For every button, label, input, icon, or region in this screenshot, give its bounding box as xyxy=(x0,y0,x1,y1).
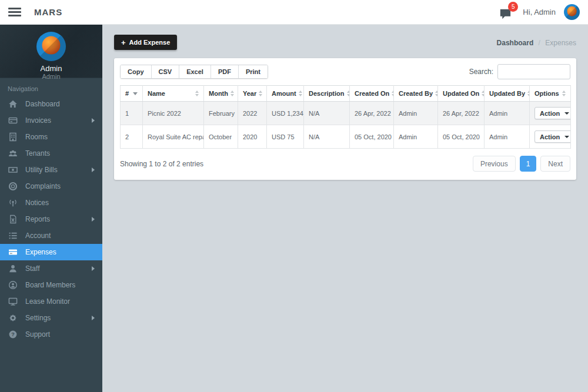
table-cell: 05 Oct, 2020 xyxy=(350,125,394,149)
column-header-amount[interactable]: Amount xyxy=(267,86,304,102)
user-circle-icon xyxy=(8,280,18,290)
column-header-updated-by[interactable]: Updated By xyxy=(485,86,530,102)
table-cell: Admin xyxy=(485,125,530,149)
column-header-created-by[interactable]: Created By xyxy=(394,86,438,102)
export-copy-button[interactable]: Copy xyxy=(121,65,152,78)
action-dropdown-button[interactable]: Action xyxy=(534,130,571,143)
column-header-year[interactable]: Year xyxy=(238,86,267,102)
sidebar-item-staff[interactable]: Staff xyxy=(0,260,102,277)
export-pdf-button[interactable]: PDF xyxy=(211,65,239,78)
action-label: Action xyxy=(540,133,560,140)
sidebar-item-settings[interactable]: Settings xyxy=(0,310,102,326)
sidebar-item-tenants[interactable]: Tenants xyxy=(0,145,102,162)
column-label: Amount xyxy=(272,90,296,97)
nav-section-label: Navigation xyxy=(0,78,102,96)
table-cell-options: Action xyxy=(530,125,571,149)
column-header-created-on[interactable]: Created On xyxy=(350,86,394,102)
column-label: Name xyxy=(148,90,165,97)
table-cell: Admin xyxy=(394,125,438,149)
action-label: Action xyxy=(540,110,560,117)
profile-avatar xyxy=(36,32,66,61)
column-label: Updated By xyxy=(489,90,525,97)
nav-item-label: Rooms xyxy=(25,133,48,141)
export-csv-button[interactable]: CSV xyxy=(152,65,180,78)
table-cell: N/A xyxy=(304,102,350,125)
chevron-right-icon xyxy=(92,167,95,172)
sidebar-item-complaints[interactable]: Complaints xyxy=(0,178,102,195)
caret-down-icon xyxy=(564,112,569,115)
sort-icon xyxy=(195,91,199,96)
table-cell: 2020 xyxy=(238,125,267,149)
user-greeting[interactable]: Hi, Admin xyxy=(523,8,556,16)
column-label: Created On xyxy=(355,90,389,97)
action-dropdown-button[interactable]: Action xyxy=(534,107,571,119)
question-icon: ? xyxy=(8,330,18,340)
table-cell: Picnic 2022 xyxy=(143,102,204,125)
column-header-name[interactable]: Name xyxy=(143,86,204,102)
file-excel-icon xyxy=(8,215,18,225)
sidebar-item-dashboard[interactable]: Dashboard xyxy=(0,96,102,112)
nav-item-label: Account xyxy=(25,232,51,240)
money-icon xyxy=(8,165,18,175)
sidebar-item-reports[interactable]: Reports xyxy=(0,211,102,227)
table-cell: Royal Suite AC repair xyxy=(143,125,204,149)
sidebar-item-lease-monitor[interactable]: Lease Monitor xyxy=(0,293,102,310)
sidebar-item-account[interactable]: Account xyxy=(0,227,102,244)
column-label: Description xyxy=(309,90,345,97)
user-avatar[interactable] xyxy=(564,4,580,20)
users-icon xyxy=(8,149,18,159)
pagination-previous-button[interactable]: Previous xyxy=(473,156,516,172)
monitor-icon xyxy=(8,297,18,307)
sidebar-item-utility-bills[interactable]: Utility Bills xyxy=(0,162,102,178)
sort-icon xyxy=(562,91,566,96)
column-header--[interactable]: # xyxy=(121,86,143,102)
gear-icon xyxy=(8,313,18,323)
expenses-card: CopyCSVExcelPDFPrint Search: #NameMonthY… xyxy=(114,58,576,180)
table-cell: 2 xyxy=(121,125,143,149)
table-cell: 2022 xyxy=(238,102,267,125)
notification-badge: 5 xyxy=(508,2,518,12)
add-expense-button[interactable]: + Add Expense xyxy=(114,35,177,50)
sort-icon xyxy=(482,91,484,96)
sort-descending-icon xyxy=(133,92,138,95)
notification-button[interactable]: 5 xyxy=(499,5,514,19)
table-cell: USD 1,234 xyxy=(267,102,304,125)
showing-entries-text: Showing 1 to 2 of 2 entries xyxy=(120,160,203,168)
sidebar-item-support[interactable]: ?Support xyxy=(0,326,102,343)
sidebar-item-rooms[interactable]: Rooms xyxy=(0,129,102,145)
invoice-icon xyxy=(8,116,18,126)
column-header-month[interactable]: Month xyxy=(204,86,238,102)
nav-item-label: Complaints xyxy=(25,182,61,190)
pagination-next-button[interactable]: Next xyxy=(540,156,570,172)
sidebar-item-expenses[interactable]: Expenses xyxy=(0,244,102,260)
sidebar-item-invoices[interactable]: Invoices xyxy=(0,112,102,129)
table-cell: 1 xyxy=(121,102,143,125)
table-cell: N/A xyxy=(304,125,350,149)
sidebar-item-notices[interactable]: Notices xyxy=(0,195,102,211)
broadcast-icon xyxy=(8,198,18,208)
sidebar-item-board-members[interactable]: Board Members xyxy=(0,277,102,293)
table-cell: Admin xyxy=(485,102,530,125)
column-header-options[interactable]: Options xyxy=(530,86,571,102)
export-excel-button[interactable]: Excel xyxy=(179,65,211,78)
life-ring-icon xyxy=(8,182,18,192)
breadcrumb-dashboard[interactable]: Dashboard xyxy=(497,39,534,47)
column-label: Month xyxy=(209,90,228,97)
hamburger-menu-icon[interactable] xyxy=(8,8,21,16)
nav-item-label: Dashboard xyxy=(25,100,60,108)
nav-item-label: Notices xyxy=(25,199,49,207)
column-label: Updated On xyxy=(443,90,479,97)
search-input[interactable] xyxy=(497,64,570,79)
table-cell: October xyxy=(204,125,238,149)
nav-item-label: Settings xyxy=(25,314,51,322)
column-header-updated-on[interactable]: Updated On xyxy=(438,86,485,102)
sidebar-profile: Admin Admin xyxy=(0,25,102,78)
column-header-description[interactable]: Description xyxy=(304,86,350,102)
sort-icon xyxy=(259,91,262,96)
pagination-page-1-button[interactable]: 1 xyxy=(520,156,537,172)
nav-item-label: Staff xyxy=(25,264,39,273)
svg-text:?: ? xyxy=(11,331,15,337)
breadcrumb-expenses: Expenses xyxy=(545,39,576,47)
export-print-button[interactable]: Print xyxy=(239,65,268,78)
nav-item-label: Utility Bills xyxy=(25,166,58,174)
